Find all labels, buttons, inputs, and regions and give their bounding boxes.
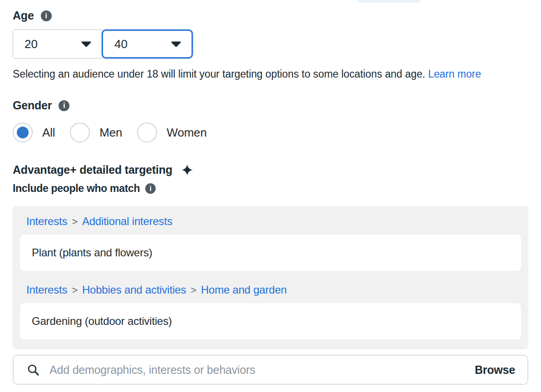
include-match-info-icon[interactable]: i <box>145 183 156 194</box>
chevron-down-icon <box>171 40 182 48</box>
breadcrumb-link-hobbies[interactable]: Hobbies and activities <box>82 284 186 296</box>
targeting-item-label: Plant (plants and flowers) <box>32 246 152 259</box>
age-max-select[interactable]: 40 <box>102 29 193 59</box>
age-label: Age <box>13 9 34 22</box>
gender-radio-men[interactable]: Men <box>70 122 122 142</box>
partial-pill-button[interactable] <box>355 0 422 3</box>
breadcrumb: Interests>Additional interests <box>20 214 521 229</box>
targeting-item-label: Gardening (outdoor activities) <box>32 315 172 328</box>
gender-section-header: Gender i <box>13 99 528 112</box>
detailed-targeting-header: Advantage+ detailed targeting <box>13 163 528 176</box>
targeting-item-plant[interactable]: Plant (plants and flowers) <box>20 235 521 271</box>
gender-section: Gender i All Men Women <box>13 99 528 142</box>
breadcrumb-separator: > <box>72 216 78 227</box>
targeting-item-gardening[interactable]: Gardening (outdoor activities) <box>20 303 521 339</box>
sparkle-icon <box>181 164 193 176</box>
radio-circle-icon <box>137 122 157 142</box>
gender-radio-all-label: All <box>42 126 55 140</box>
breadcrumb-separator: > <box>72 284 78 296</box>
breadcrumb-link-interests[interactable]: Interests <box>26 215 67 227</box>
gender-radio-all[interactable]: All <box>13 122 55 142</box>
radio-circle-icon <box>70 122 90 142</box>
learn-more-link[interactable]: Learn more <box>428 68 481 80</box>
targeting-search-input[interactable] <box>49 363 475 377</box>
detailed-targeting-section: Advantage+ detailed targeting Include pe… <box>13 163 528 385</box>
age-range-selects: 20 40 <box>13 29 528 59</box>
gender-radio-women[interactable]: Women <box>137 122 207 142</box>
search-icon <box>27 363 39 376</box>
include-match-label: Include people who match <box>13 182 140 195</box>
audience-targeting-panel: Age i 20 40 Selecting an audience under … <box>0 0 541 385</box>
age-helper-text: Selecting an audience under 18 will limi… <box>13 67 528 81</box>
age-min-select[interactable]: 20 <box>13 29 102 59</box>
age-min-value: 20 <box>25 37 38 51</box>
chevron-down-icon <box>81 40 92 48</box>
age-max-value: 40 <box>114 37 128 51</box>
browse-button[interactable]: Browse <box>475 363 515 377</box>
age-info-icon[interactable]: i <box>41 10 52 21</box>
breadcrumb-link-additional-interests[interactable]: Additional interests <box>82 215 172 227</box>
breadcrumb-separator: > <box>191 284 197 296</box>
targeting-search-bar: Browse <box>13 355 528 385</box>
gender-radio-group: All Men Women <box>13 122 528 142</box>
age-section-header: Age i <box>13 9 528 22</box>
gender-label: Gender <box>13 99 52 112</box>
gender-radio-women-label: Women <box>167 126 207 140</box>
include-match-row: Include people who match i <box>13 182 528 195</box>
detailed-targeting-title: Advantage+ detailed targeting <box>13 163 172 176</box>
breadcrumb-link-home-and-garden[interactable]: Home and garden <box>201 284 287 296</box>
breadcrumb-link-interests[interactable]: Interests <box>26 284 67 296</box>
gender-info-icon[interactable]: i <box>59 100 69 111</box>
gender-radio-men-label: Men <box>99 126 122 140</box>
radio-circle-icon <box>13 122 33 142</box>
selected-targeting-panel: Interests>Additional interests Plant (pl… <box>13 206 528 349</box>
age-helper-sentence: Selecting an audience under 18 will limi… <box>13 68 425 80</box>
breadcrumb: Interests>Hobbies and activities>Home an… <box>20 283 521 297</box>
